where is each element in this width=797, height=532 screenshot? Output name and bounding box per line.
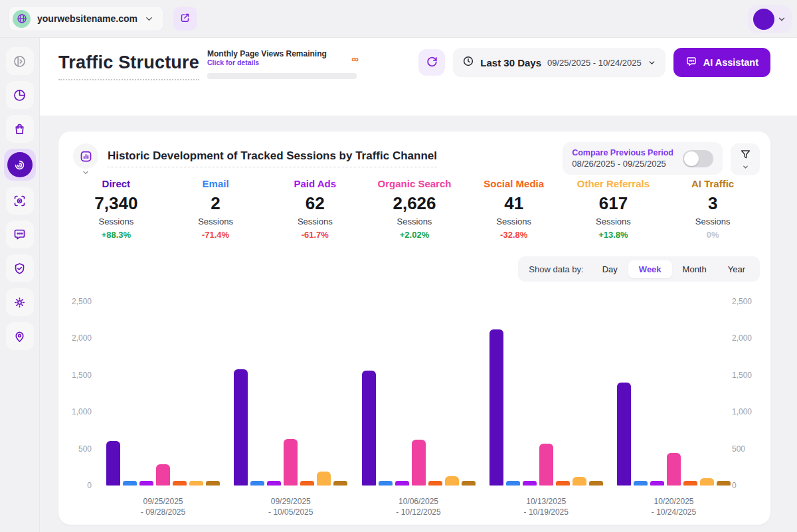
ai-assistant-button[interactable]: AI Assistant: [673, 48, 770, 77]
radar-icon: [13, 158, 27, 172]
granularity-option-day[interactable]: Day: [592, 260, 628, 278]
shield-check-icon: [13, 262, 27, 276]
page-title: Traffic Structure: [58, 52, 199, 80]
channel-change: +13.8%: [564, 230, 664, 240]
channel-stat-direct[interactable]: Direct7,340Sessions+88.3%: [66, 178, 166, 240]
granularity-option-year[interactable]: Year: [717, 260, 756, 278]
chevron-down-icon: [648, 58, 656, 67]
pageviews-details-link[interactable]: Click for details: [207, 58, 359, 66]
bar-organic-search[interactable]: [667, 453, 681, 486]
bar-other-referrals[interactable]: [317, 472, 331, 486]
chart-x-labels: 09/25/2025- 09/28/202509/29/2025- 10/05/…: [106, 496, 731, 517]
bar-ai-traffic[interactable]: [589, 481, 603, 486]
bar-email[interactable]: [506, 481, 520, 486]
channel-sessions-unit: Sessions: [66, 217, 166, 226]
sidebar-item-shop[interactable]: [6, 115, 34, 143]
chat-icon: [685, 56, 697, 70]
active-highlight: [7, 152, 33, 177]
bar-email[interactable]: [123, 481, 137, 486]
channel-sessions-unit: Sessions: [663, 217, 762, 226]
bar-organic-search[interactable]: [539, 444, 553, 486]
channel-name: Other Referrals: [564, 178, 664, 189]
bar-social-media[interactable]: [300, 481, 314, 486]
bar-email[interactable]: [634, 481, 648, 486]
compare-toggle[interactable]: [683, 150, 713, 167]
bar-direct[interactable]: [234, 369, 248, 486]
sidebar-item-collapse[interactable]: [6, 47, 34, 75]
bar-other-referrals[interactable]: [445, 476, 459, 486]
bar-social-media[interactable]: [428, 481, 442, 486]
traffic-chart-card: Historic Development of Tracked Sessions…: [58, 132, 770, 525]
sidebar-item-messages[interactable]: [6, 221, 34, 248]
channel-stat-email[interactable]: Email2Sessions-71.4%: [166, 178, 266, 240]
sidebar-item-analytics[interactable]: [6, 81, 34, 109]
bar-other-referrals[interactable]: [700, 478, 714, 486]
bar-paid-ads[interactable]: [523, 481, 537, 486]
chevron-down-icon: [777, 15, 786, 24]
bar-paid-ads[interactable]: [650, 481, 664, 486]
bar-ai-traffic[interactable]: [717, 481, 731, 486]
y-axis-tick: 2,500: [61, 297, 92, 306]
bar-social-media[interactable]: [683, 481, 697, 486]
bar-direct[interactable]: [362, 371, 376, 486]
channel-sessions-value: 7,340: [66, 193, 166, 214]
bar-ai-traffic[interactable]: [462, 481, 476, 486]
bar-ai-traffic[interactable]: [206, 481, 220, 486]
shopping-bag-icon: [13, 122, 27, 136]
refresh-button[interactable]: [418, 49, 445, 76]
refresh-icon: [426, 55, 438, 70]
bar-email[interactable]: [250, 481, 264, 486]
bar-paid-ads[interactable]: [139, 481, 153, 486]
scan-target-icon: [13, 194, 27, 208]
chart-type-selector[interactable]: [73, 143, 98, 179]
funnel-icon: [739, 148, 752, 163]
bar-paid-ads[interactable]: [267, 481, 281, 486]
sidebar-item-tracking[interactable]: [6, 187, 34, 215]
card-title: Historic Development of Tracked Sessions…: [108, 149, 437, 167]
channel-stat-ai-traffic[interactable]: AI Traffic3Sessions0%: [663, 178, 762, 240]
site-name: yourwebsitename.com: [37, 13, 137, 24]
bar-social-media[interactable]: [556, 481, 570, 486]
channel-stat-social-media[interactable]: Social Media41Sessions-32.8%: [464, 178, 564, 240]
bar-paid-ads[interactable]: [395, 481, 409, 486]
sidebar-item-location[interactable]: [6, 322, 34, 350]
granularity-option-week[interactable]: Week: [628, 260, 672, 278]
bar-organic-search[interactable]: [284, 439, 298, 486]
site-selector[interactable]: yourwebsitename.com: [8, 6, 164, 31]
channel-stat-paid-ads[interactable]: Paid Ads62Sessions-61.7%: [265, 178, 365, 240]
date-range-label: Last 30 Days: [480, 57, 541, 68]
open-website-button[interactable]: [173, 7, 197, 31]
granularity-label: Show data by:: [529, 264, 583, 274]
channel-sessions-unit: Sessions: [564, 217, 664, 226]
filter-button[interactable]: [731, 143, 760, 175]
sidebar-item-privacy[interactable]: [6, 254, 34, 282]
channel-sessions-unit: Sessions: [265, 217, 365, 226]
bar-organic-search[interactable]: [412, 440, 426, 486]
header-controls: Last 30 Days 09/25/2025 - 10/24/2025 AI …: [418, 48, 770, 77]
date-range-picker[interactable]: Last 30 Days 09/25/2025 - 10/24/2025: [453, 48, 665, 77]
bar-ai-traffic[interactable]: [333, 481, 347, 486]
bar-email[interactable]: [379, 481, 393, 486]
bar-organic-search[interactable]: [156, 464, 170, 486]
bar-direct[interactable]: [617, 383, 631, 486]
bar-direct[interactable]: [489, 329, 503, 486]
bar-direct[interactable]: [106, 441, 120, 486]
bar-social-media[interactable]: [173, 481, 187, 486]
sidebar-item-settings[interactable]: [6, 288, 34, 316]
channel-name: Email: [166, 178, 266, 189]
toggle-knob: [684, 151, 699, 166]
bar-other-referrals[interactable]: [573, 477, 586, 486]
channel-stat-other-referrals[interactable]: Other Referrals617Sessions+13.8%: [564, 178, 664, 240]
user-menu[interactable]: [748, 5, 792, 33]
channel-change: -71.4%: [166, 230, 266, 240]
chevron-down-icon: [742, 163, 749, 171]
sidebar-item-traffic[interactable]: [4, 149, 36, 181]
granularity-options: DayWeekMonthYear: [592, 260, 756, 278]
bar-other-referrals[interactable]: [189, 481, 203, 486]
channel-stat-organic-search[interactable]: Organic Search2,626Sessions+2.02%: [365, 178, 464, 240]
granularity-option-month[interactable]: Month: [672, 260, 717, 278]
channel-sessions-value: 2: [166, 193, 266, 214]
gear-icon: [13, 296, 27, 310]
bar-group: [617, 383, 731, 486]
y-axis-tick: 2,000: [732, 333, 762, 343]
